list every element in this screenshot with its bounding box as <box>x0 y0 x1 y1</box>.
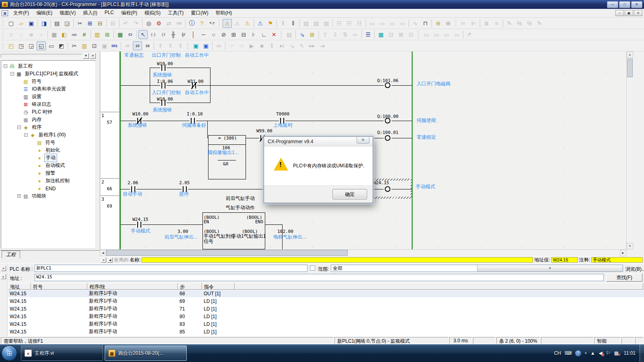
toolbar-grip[interactable] <box>2 31 4 39</box>
tree-item[interactable]: ●END <box>1 185 95 192</box>
tree-item[interactable]: ☰IO表和单元设置 <box>1 85 95 93</box>
range-dropdown[interactable]: 全部 ▼ <box>331 265 623 272</box>
keyboard-icon[interactable]: ⌨ <box>565 350 572 356</box>
volume-muted-icon[interactable]: ◀⊘ <box>599 350 603 356</box>
ladder-operand[interactable]: W24.15 <box>373 180 389 185</box>
ladder-vertical-scrollbar[interactable]: ▲ ▼ <box>626 51 633 249</box>
action-center-flag-icon[interactable]: ⚐ <box>606 350 611 356</box>
new-or-contact-icon[interactable]: ╫ <box>169 30 178 39</box>
tree-toggle-icon[interactable]: ⊞ <box>103 30 112 39</box>
toolbar-grip[interactable] <box>187 42 189 50</box>
window-small-icon[interactable]: ▭ <box>47 41 56 50</box>
menu-item[interactable]: PLC <box>101 8 118 18</box>
ladder-operand[interactable]: Q:100.00 <box>377 114 398 119</box>
ladder-symbol-comment[interactable]: 零速锁定 <box>417 135 436 140</box>
ladder-operand[interactable]: ENO <box>255 219 263 224</box>
ladder-symbol-comment[interactable]: 电机气缸伸出... <box>273 234 306 240</box>
mdi-child-icon[interactable]: ▦ <box>2 10 8 16</box>
ladder-operand[interactable]: 2.06 <box>128 180 138 185</box>
ladder-operand[interactable]: 信号 <box>204 239 213 244</box>
refpanel-expand-button[interactable]: ▸ <box>1 274 6 279</box>
ladder-symbol-comment[interactable]: 急停 <box>179 191 189 197</box>
rung-wrap-icon[interactable]: ☰ <box>363 30 373 39</box>
new-instruction-icon[interactable]: ⊞ <box>229 30 238 39</box>
show-hidden-icons[interactable]: ▲ <box>590 350 595 356</box>
instruction-block[interactable] <box>208 135 246 179</box>
rung-comment-icon[interactable]: ◧ <box>60 30 69 39</box>
horizontal-scroll-thumb[interactable] <box>106 250 348 256</box>
hidden-icons-expander[interactable]: ▾ <box>585 351 587 355</box>
panel-dropdown-button[interactable]: ▼ <box>83 53 89 59</box>
taskbar-labview[interactable]: »主程序.vi <box>21 346 103 361</box>
ladder-symbol-comment[interactable]: 伺服使能 <box>417 118 436 123</box>
menu-item[interactable]: 编程(P) <box>118 8 141 18</box>
toolbar-grip[interactable] <box>2 42 4 50</box>
address-reference-icon[interactable]: ▦ <box>116 30 125 39</box>
tree-item[interactable]: ●初始化 <box>1 146 95 154</box>
ladder-operand[interactable]: W99.00 <box>256 128 272 134</box>
fb-invoke-icon[interactable]: ⊦ <box>249 30 258 39</box>
ladder-operand[interactable]: = (300) <box>218 136 237 141</box>
new-coil-icon[interactable]: ○ <box>209 30 218 39</box>
toolbar-grip[interactable] <box>219 19 221 27</box>
tree-item[interactable]: −品新工程 <box>1 62 95 70</box>
tree-item[interactable]: ●加注机控制 <box>1 177 95 185</box>
menu-item[interactable]: 插入(I) <box>79 8 101 18</box>
time-chart-icon[interactable]: ⊓ <box>421 19 430 28</box>
dialog-close-button[interactable]: ✕ <box>357 137 369 144</box>
toolbar-grip[interactable] <box>455 19 457 27</box>
ref-table-row[interactable]: W24.15新程序1/手动69LD [1] <box>8 297 644 305</box>
ladder-operand[interactable]: I:0.10 <box>187 111 203 117</box>
print-icon[interactable]: ▤ <box>52 19 62 28</box>
mark-error-icon[interactable]: ⚑ <box>266 19 275 28</box>
ladder-operand[interactable]: 3.00 <box>178 229 188 234</box>
tree-expander[interactable]: − <box>4 64 7 68</box>
tree-item[interactable]: ●自动模式 <box>1 162 95 169</box>
mdi-minimize-button[interactable]: ─ <box>615 10 624 16</box>
compile-icon[interactable]: ⇘ <box>297 30 307 39</box>
dropdown-arrow-icon[interactable]: ▼ <box>477 265 623 272</box>
binary-view-icon[interactable]: 001 <box>110 41 119 50</box>
ladder-operand[interactable]: W10.00 <box>157 97 173 102</box>
tree-item[interactable]: ●报警 <box>1 169 95 177</box>
new-file-icon[interactable]: ▢ <box>6 19 16 28</box>
ref-table-row[interactable]: W24.15新程序1/手动85LD [1] <box>8 328 644 335</box>
find-button[interactable]: 查找(F) <box>606 274 642 282</box>
toolbar-grip[interactable] <box>418 31 420 39</box>
online-edit-icon[interactable]: ▣ <box>201 41 211 50</box>
contact-no[interactable] <box>136 221 142 228</box>
save-file-icon[interactable]: ▣ <box>27 19 36 28</box>
tab-project[interactable]: 工程 <box>2 250 20 258</box>
ref-table-column-header[interactable]: 符号 <box>31 283 87 290</box>
symbol-editor-icon[interactable]: ▥ <box>80 41 89 50</box>
tree-item[interactable]: ▦内存 <box>1 116 95 123</box>
ladder-symbol-comment[interactable]: 模拟量输出1... <box>208 150 239 155</box>
rung-list-icon[interactable]: ≔ <box>70 30 79 39</box>
menu-item[interactable]: 帮助(H) <box>212 8 236 18</box>
plc-name-field[interactable]: 新PLC1 <box>35 265 308 272</box>
mdi-close-button[interactable]: ✕ <box>634 10 642 16</box>
tree-item[interactable]: ●手动 <box>1 154 95 162</box>
ladder-symbol-comment[interactable]: 系统报错 <box>128 123 147 128</box>
network-disconnected-icon[interactable]: ▦✕ <box>614 350 619 356</box>
show-desktop-button[interactable] <box>640 344 644 362</box>
rung-number[interactable]: 1 <box>101 113 104 118</box>
ladder-operand[interactable]: W10.00 <box>132 111 149 117</box>
ladder-operand[interactable]: 气缸手动动作 <box>226 205 255 210</box>
maximize-button[interactable]: □ <box>619 1 630 8</box>
ladder-symbol-comment[interactable]: 入口开门控制 <box>152 90 181 95</box>
new-contact-icon[interactable]: ┤├ <box>149 30 158 39</box>
zoom-custom-icon[interactable]: ◌ <box>17 30 26 39</box>
find-icon[interactable]: ◎ <box>144 19 153 28</box>
ladder-operand[interactable]: W10.00 <box>157 61 173 66</box>
new-coil-nc-icon[interactable]: ⊘ <box>219 30 228 39</box>
watch-window-icon[interactable]: ▦ <box>376 30 386 39</box>
tree-item[interactable]: ▤符号 <box>1 139 95 146</box>
find-error-icon[interactable]: ⚠ <box>243 19 252 28</box>
tree-item[interactable]: ▥设置 <box>1 93 95 101</box>
tree-item[interactable]: ◷PLC 时钟 <box>1 108 95 116</box>
find-report-icon[interactable]: ◨ <box>39 19 49 28</box>
tree-expander[interactable]: + <box>17 194 21 198</box>
work-online-icon[interactable]: ▣ <box>191 41 200 50</box>
grid-toggle-icon[interactable]: ▦ <box>50 30 59 39</box>
